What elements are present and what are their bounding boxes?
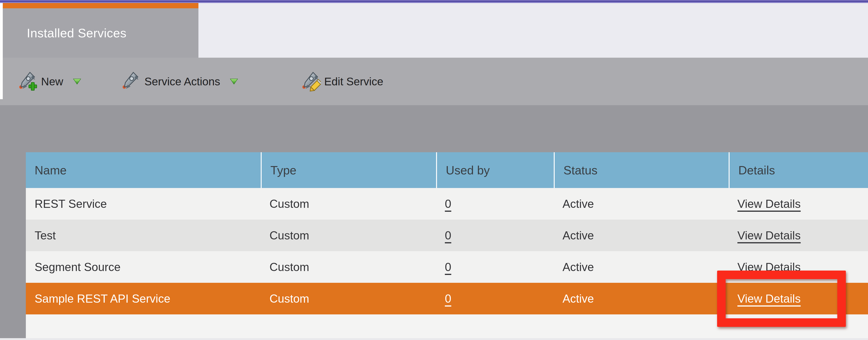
table-row-segment-source[interactable]: Segment Source Custom 0 Active View Deta… (26, 251, 868, 283)
cell-name: Segment Source (26, 251, 261, 283)
view-details-link[interactable]: View Details (737, 260, 801, 274)
view-details-link[interactable]: View Details (737, 229, 801, 242)
cell-type: Custom (261, 188, 436, 220)
installed-services-screen: Installed Services (0, 0, 868, 340)
services-table: Name Type Used by Status Details REST Se… (26, 152, 868, 338)
top-purple-bar (0, 0, 868, 3)
cell-status: Active (554, 220, 728, 251)
rocket-pencil-icon (301, 71, 321, 92)
service-actions-button[interactable]: Service Actions (121, 58, 238, 105)
edit-service-label: Edit Service (324, 75, 383, 88)
cell-name: Test (26, 220, 261, 251)
view-details-link[interactable]: View Details (737, 197, 801, 211)
empty-row (26, 314, 868, 338)
cell-status: Active (554, 188, 728, 220)
dropdown-arrow-icon[interactable] (230, 79, 238, 85)
used-by-link[interactable]: 0 (445, 260, 451, 274)
dropdown-arrow-icon[interactable] (73, 79, 81, 85)
left-edge-strip (0, 3, 3, 99)
cell-name: REST Service (26, 188, 261, 220)
new-button-label: New (41, 75, 63, 88)
column-header-status[interactable]: Status (554, 152, 728, 188)
new-button[interactable]: New (18, 58, 81, 105)
used-by-link[interactable]: 0 (445, 292, 451, 305)
column-header-used-by[interactable]: Used by (436, 152, 554, 188)
cell-type: Custom (261, 251, 436, 283)
table-header-row: Name Type Used by Status Details (26, 152, 868, 188)
tab-active-accent (3, 3, 198, 8)
used-by-link[interactable]: 0 (445, 229, 451, 242)
used-by-link[interactable]: 0 (445, 197, 451, 211)
toolbar: New Service Actions (3, 58, 868, 105)
cell-type: Custom (261, 283, 436, 314)
tab-title: Installed Services (27, 8, 126, 58)
service-actions-label: Service Actions (145, 75, 220, 88)
tab-installed-services[interactable]: Installed Services (3, 3, 198, 58)
left-edge-notch (0, 99, 3, 105)
cell-status: Active (554, 283, 728, 314)
edit-service-button[interactable]: Edit Service (301, 58, 383, 105)
table-row-test[interactable]: Test Custom 0 Active View Details (26, 220, 868, 251)
rocket-plus-icon (18, 71, 38, 92)
cell-type: Custom (261, 220, 436, 251)
column-header-type[interactable]: Type (261, 152, 436, 188)
table-row-sample-rest-api-service-selected[interactable]: Sample REST API Service Custom 0 Active … (26, 283, 868, 314)
rocket-icon (121, 71, 141, 92)
bottom-edge-strip (0, 338, 868, 340)
cell-name: Sample REST API Service (26, 283, 261, 314)
view-details-link-highlighted[interactable]: View Details (737, 292, 801, 305)
cell-status: Active (554, 251, 728, 283)
column-header-details[interactable]: Details (728, 152, 868, 188)
column-header-name[interactable]: Name (26, 152, 261, 188)
tab-strip: Installed Services (0, 3, 868, 58)
table-row-rest-service[interactable]: REST Service Custom 0 Active View Detail… (26, 188, 868, 220)
